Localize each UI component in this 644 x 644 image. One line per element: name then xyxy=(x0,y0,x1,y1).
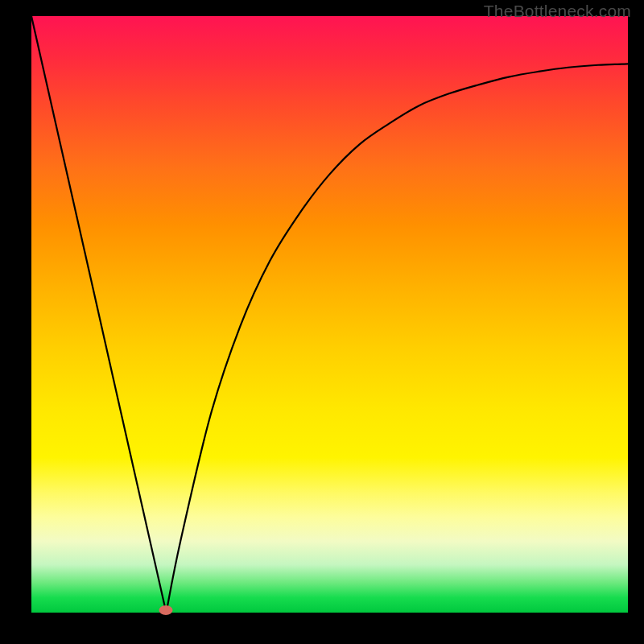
watermark-label: TheBottleneck.com xyxy=(484,2,631,21)
chart-frame: TheBottleneck.com xyxy=(0,0,644,644)
plot-area xyxy=(31,16,628,613)
minimum-marker xyxy=(159,605,173,615)
bottleneck-curve xyxy=(31,16,628,613)
